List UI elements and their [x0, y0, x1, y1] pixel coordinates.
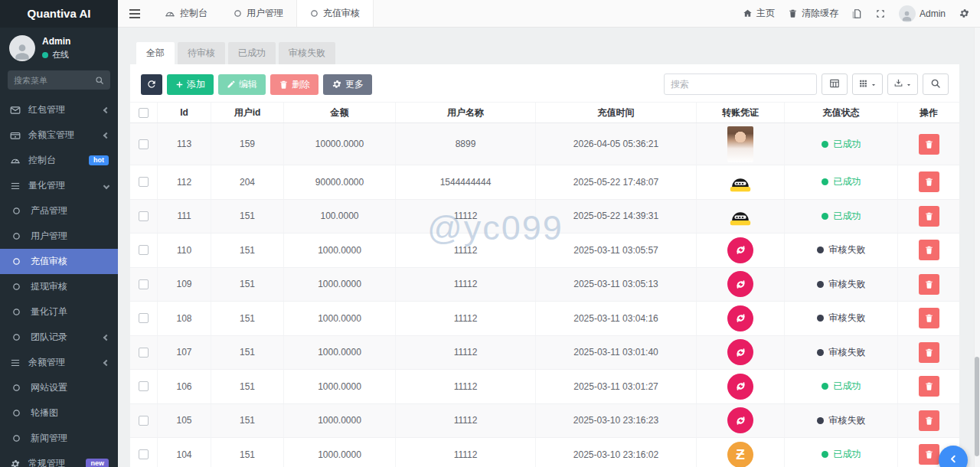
row-delete-button[interactable] [919, 410, 939, 431]
row-delete-button[interactable] [919, 444, 939, 465]
docs-button[interactable] [851, 8, 862, 19]
status-dot [817, 315, 824, 322]
sidebar-item[interactable]: 新闻管理 [0, 426, 118, 451]
table-row: 1051511000.0000111122025-03-10 23:16:23审… [130, 404, 959, 439]
sidebar-item[interactable]: 提现审核 [0, 274, 118, 299]
settings-button[interactable] [959, 8, 970, 19]
add-button[interactable]: 添加 [167, 74, 214, 95]
delete-button[interactable]: 删除 [270, 74, 318, 95]
cell-amount: 90000.0000 [284, 165, 396, 199]
sidebar-item[interactable]: 网站设置 [0, 375, 118, 400]
sidebar-item[interactable]: 量化订单 [0, 299, 118, 325]
cell-id: 105 [158, 404, 211, 438]
sidebar-item[interactable]: 充值审核 [0, 249, 118, 274]
sidebar-item[interactable]: 团队记录 [0, 325, 118, 350]
row-checkbox[interactable] [139, 245, 149, 255]
scrollbar[interactable] [974, 28, 980, 467]
home-link[interactable]: 主页 [743, 7, 775, 20]
voucher-swap-logo[interactable] [727, 407, 753, 433]
refresh-button[interactable] [141, 74, 162, 95]
sidebar-item[interactable]: 余额管理 [0, 350, 118, 375]
row-delete-button[interactable] [919, 171, 939, 192]
export-button[interactable] [887, 73, 918, 95]
row-delete-button[interactable] [919, 206, 939, 227]
row-checkbox[interactable] [139, 313, 149, 323]
filter-tab[interactable]: 待审核 [178, 42, 225, 64]
voucher-swap-logo[interactable] [727, 237, 753, 263]
toolbar-button-label: 更多 [345, 78, 364, 91]
nav-tab-label: 控制台 [180, 7, 207, 20]
user-menu[interactable]: Admin [899, 5, 946, 22]
voucher-z-logo[interactable]: Ƶ [727, 442, 753, 467]
filter-tab-label: 待审核 [188, 47, 215, 58]
voucher-swap-logo[interactable] [727, 305, 753, 331]
table-icon [829, 78, 840, 91]
chevron-left-icon [103, 106, 109, 113]
status-label: 已成功 [834, 380, 861, 393]
cell-id: 110 [158, 234, 211, 267]
sidebar-item[interactable]: 量化管理 [0, 173, 118, 198]
cell-voucher [697, 370, 785, 403]
cell-voucher [697, 404, 785, 438]
hamburger-icon[interactable] [118, 9, 152, 18]
nav-tab[interactable]: 用户管理 [220, 0, 296, 27]
filter-tab-label: 全部 [146, 47, 165, 58]
row-checkbox[interactable] [139, 139, 149, 149]
status-label: 审核失败 [829, 312, 866, 325]
more-button[interactable]: 更多 [323, 74, 372, 95]
sidebar-search-input[interactable] [14, 76, 95, 85]
filter-tab[interactable]: 已成功 [228, 42, 276, 64]
row-delete-button[interactable] [919, 134, 939, 155]
cell-id: 108 [158, 302, 211, 335]
fullscreen-button[interactable] [875, 8, 886, 19]
sidebar-item[interactable]: 轮播图 [0, 400, 118, 426]
clear-cache-link[interactable]: 清除缓存 [788, 7, 838, 20]
sidebar-item[interactable]: 控制台hot [0, 148, 118, 173]
row-checkbox[interactable] [139, 381, 149, 391]
row-delete-button[interactable] [919, 308, 939, 328]
row-checkbox[interactable] [139, 279, 149, 289]
scrollbar-thumb[interactable] [975, 357, 979, 456]
row-delete-button[interactable] [919, 240, 939, 260]
radio-icon [12, 333, 21, 341]
sidebar-item[interactable]: 红包管理 [0, 97, 118, 122]
sidebar-item[interactable]: 常规管理new [0, 451, 118, 467]
sidebar-item[interactable]: 用户管理 [0, 224, 118, 249]
row-checkbox[interactable] [139, 348, 149, 358]
row-checkbox[interactable] [139, 211, 149, 221]
column-header: 用户名称 [396, 103, 536, 122]
select-all-checkbox[interactable] [139, 108, 149, 118]
nav-tab[interactable]: 充值审核 [296, 0, 374, 27]
row-delete-button[interactable] [919, 342, 939, 363]
cell-voucher [697, 336, 785, 370]
voucher-swap-logo[interactable] [727, 339, 753, 365]
collapse-panel-button[interactable] [939, 446, 968, 467]
edit-button[interactable]: 编辑 [218, 74, 266, 95]
row-checkbox[interactable] [139, 416, 149, 426]
toggle-view-button[interactable] [822, 73, 848, 95]
cell-voucher [697, 268, 785, 302]
row-checkbox[interactable] [139, 449, 149, 459]
voucher-swap-logo[interactable] [727, 271, 753, 297]
search-button[interactable] [923, 73, 949, 95]
search-icon [930, 78, 941, 91]
row-checkbox[interactable] [139, 177, 149, 187]
table-search-input[interactable] [664, 73, 817, 95]
row-delete-button[interactable] [919, 376, 939, 397]
sidebar-item[interactable]: 余额宝管理 [0, 122, 118, 148]
sidebar-item[interactable]: 产品管理 [0, 198, 118, 224]
columns-button[interactable] [852, 73, 883, 95]
voucher-taxi-logo[interactable] [728, 171, 753, 193]
cell-user-id: 159 [211, 123, 284, 165]
row-delete-button[interactable] [919, 274, 939, 295]
filter-tab[interactable]: 全部 [136, 42, 175, 64]
voucher-photo[interactable] [727, 126, 753, 162]
cell-user-id: 151 [211, 404, 284, 438]
nav-tab[interactable]: 控制台 [152, 0, 220, 27]
filter-tab[interactable]: 审核失败 [279, 42, 335, 64]
voucher-taxi-logo[interactable] [728, 205, 753, 227]
sidebar-item-label: 新闻管理 [31, 432, 67, 445]
gear-icon [332, 79, 342, 90]
voucher-swap-logo[interactable] [727, 374, 753, 400]
nav-right-label: 清除缓存 [802, 7, 838, 20]
